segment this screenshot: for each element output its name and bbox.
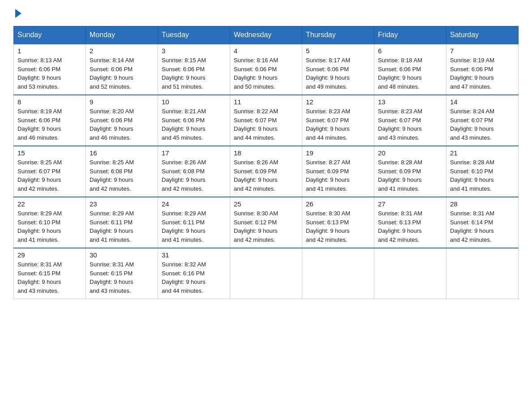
day-number: 27 [378,200,442,208]
day-number: 5 [306,47,370,55]
day-number: 22 [17,200,82,208]
day-info: Sunrise: 8:28 AMSunset: 6:10 PMDaylight:… [450,158,515,193]
day-info: Sunrise: 8:30 AMSunset: 6:13 PMDaylight:… [306,209,370,244]
calendar-cell: 11Sunrise: 8:22 AMSunset: 6:07 PMDayligh… [230,95,302,146]
calendar-cell: 12Sunrise: 8:23 AMSunset: 6:07 PMDayligh… [302,95,374,146]
day-number: 10 [162,98,226,106]
day-number: 21 [450,149,515,157]
day-info: Sunrise: 8:32 AMSunset: 6:16 PMDaylight:… [162,260,226,295]
calendar-cell: 4Sunrise: 8:16 AMSunset: 6:06 PMDaylight… [230,44,302,95]
logo [13,9,21,18]
calendar-cell [446,248,519,299]
day-number: 6 [378,47,442,55]
logo-arrow-icon [15,9,21,18]
calendar-cell: 18Sunrise: 8:26 AMSunset: 6:09 PMDayligh… [230,146,302,197]
calendar-week-row: 8Sunrise: 8:19 AMSunset: 6:06 PMDaylight… [14,95,519,146]
day-info: Sunrise: 8:25 AMSunset: 6:07 PMDaylight:… [17,158,82,193]
calendar-cell: 1Sunrise: 8:13 AMSunset: 6:06 PMDaylight… [14,44,86,95]
calendar-cell: 24Sunrise: 8:29 AMSunset: 6:11 PMDayligh… [158,197,230,248]
day-info: Sunrise: 8:16 AMSunset: 6:06 PMDaylight:… [234,56,298,91]
day-info: Sunrise: 8:29 AMSunset: 6:11 PMDaylight:… [90,209,154,244]
calendar-cell [374,248,446,299]
day-info: Sunrise: 8:19 AMSunset: 6:06 PMDaylight:… [17,107,82,142]
calendar-cell: 3Sunrise: 8:15 AMSunset: 6:06 PMDaylight… [158,44,230,95]
day-number: 17 [162,149,226,157]
day-number: 12 [306,98,370,106]
weekday-header-row: SundayMondayTuesdayWednesdayThursdayFrid… [14,26,519,44]
day-number: 29 [17,251,82,259]
day-number: 25 [234,200,298,208]
day-number: 4 [234,47,298,55]
calendar-cell: 29Sunrise: 8:31 AMSunset: 6:15 PMDayligh… [14,248,86,299]
calendar-cell: 25Sunrise: 8:30 AMSunset: 6:12 PMDayligh… [230,197,302,248]
day-number: 15 [17,149,82,157]
day-number: 11 [234,98,298,106]
weekday-header-tuesday: Tuesday [158,26,230,44]
day-number: 30 [90,251,154,259]
day-info: Sunrise: 8:19 AMSunset: 6:06 PMDaylight:… [450,56,515,91]
calendar-cell: 10Sunrise: 8:21 AMSunset: 6:06 PMDayligh… [158,95,230,146]
calendar-cell: 23Sunrise: 8:29 AMSunset: 6:11 PMDayligh… [86,197,158,248]
weekday-header-monday: Monday [86,26,158,44]
day-number: 24 [162,200,226,208]
day-info: Sunrise: 8:31 AMSunset: 6:13 PMDaylight:… [378,209,442,244]
day-info: Sunrise: 8:31 AMSunset: 6:15 PMDaylight:… [90,260,154,295]
day-info: Sunrise: 8:27 AMSunset: 6:09 PMDaylight:… [306,158,370,193]
day-number: 3 [162,47,226,55]
calendar-cell: 5Sunrise: 8:17 AMSunset: 6:06 PMDaylight… [302,44,374,95]
calendar-cell: 22Sunrise: 8:29 AMSunset: 6:10 PMDayligh… [14,197,86,248]
weekday-header-sunday: Sunday [14,26,86,44]
calendar-cell: 21Sunrise: 8:28 AMSunset: 6:10 PMDayligh… [446,146,519,197]
day-number: 14 [450,98,515,106]
calendar-cell: 19Sunrise: 8:27 AMSunset: 6:09 PMDayligh… [302,146,374,197]
day-info: Sunrise: 8:22 AMSunset: 6:07 PMDaylight:… [234,107,298,142]
day-number: 7 [450,47,515,55]
calendar-cell: 20Sunrise: 8:28 AMSunset: 6:09 PMDayligh… [374,146,446,197]
calendar-cell [302,248,374,299]
calendar-cell: 6Sunrise: 8:18 AMSunset: 6:06 PMDaylight… [374,44,446,95]
calendar-cell: 15Sunrise: 8:25 AMSunset: 6:07 PMDayligh… [14,146,86,197]
day-info: Sunrise: 8:23 AMSunset: 6:07 PMDaylight:… [306,107,370,142]
day-info: Sunrise: 8:28 AMSunset: 6:09 PMDaylight:… [378,158,442,193]
day-info: Sunrise: 8:14 AMSunset: 6:06 PMDaylight:… [90,56,154,91]
calendar-cell: 14Sunrise: 8:24 AMSunset: 6:07 PMDayligh… [446,95,519,146]
calendar-table: SundayMondayTuesdayWednesdayThursdayFrid… [13,26,519,299]
day-info: Sunrise: 8:31 AMSunset: 6:15 PMDaylight:… [17,260,82,295]
weekday-header-saturday: Saturday [446,26,519,44]
calendar-cell: 7Sunrise: 8:19 AMSunset: 6:06 PMDaylight… [446,44,519,95]
logo-line1 [13,9,21,18]
calendar-cell: 26Sunrise: 8:30 AMSunset: 6:13 PMDayligh… [302,197,374,248]
day-number: 28 [450,200,515,208]
weekday-header-wednesday: Wednesday [230,26,302,44]
weekday-header-friday: Friday [374,26,446,44]
calendar-week-row: 29Sunrise: 8:31 AMSunset: 6:15 PMDayligh… [14,248,519,299]
day-info: Sunrise: 8:17 AMSunset: 6:06 PMDaylight:… [306,56,370,91]
calendar-cell [230,248,302,299]
calendar-cell: 17Sunrise: 8:26 AMSunset: 6:08 PMDayligh… [158,146,230,197]
calendar-week-row: 1Sunrise: 8:13 AMSunset: 6:06 PMDaylight… [14,44,519,95]
day-number: 23 [90,200,154,208]
day-info: Sunrise: 8:20 AMSunset: 6:06 PMDaylight:… [90,107,154,142]
calendar-cell: 16Sunrise: 8:25 AMSunset: 6:08 PMDayligh… [86,146,158,197]
header [13,9,519,18]
day-info: Sunrise: 8:26 AMSunset: 6:09 PMDaylight:… [234,158,298,193]
calendar-cell: 27Sunrise: 8:31 AMSunset: 6:13 PMDayligh… [374,197,446,248]
day-number: 20 [378,149,442,157]
day-info: Sunrise: 8:25 AMSunset: 6:08 PMDaylight:… [90,158,154,193]
weekday-header-thursday: Thursday [302,26,374,44]
day-info: Sunrise: 8:29 AMSunset: 6:10 PMDaylight:… [17,209,82,244]
day-number: 26 [306,200,370,208]
calendar-cell: 31Sunrise: 8:32 AMSunset: 6:16 PMDayligh… [158,248,230,299]
day-number: 16 [90,149,154,157]
day-info: Sunrise: 8:30 AMSunset: 6:12 PMDaylight:… [234,209,298,244]
day-number: 9 [90,98,154,106]
day-number: 13 [378,98,442,106]
day-number: 2 [90,47,154,55]
day-number: 1 [17,47,82,55]
day-number: 19 [306,149,370,157]
calendar-cell: 13Sunrise: 8:23 AMSunset: 6:07 PMDayligh… [374,95,446,146]
day-info: Sunrise: 8:29 AMSunset: 6:11 PMDaylight:… [162,209,226,244]
calendar-cell: 28Sunrise: 8:31 AMSunset: 6:14 PMDayligh… [446,197,519,248]
calendar-cell: 30Sunrise: 8:31 AMSunset: 6:15 PMDayligh… [86,248,158,299]
day-info: Sunrise: 8:24 AMSunset: 6:07 PMDaylight:… [450,107,515,142]
